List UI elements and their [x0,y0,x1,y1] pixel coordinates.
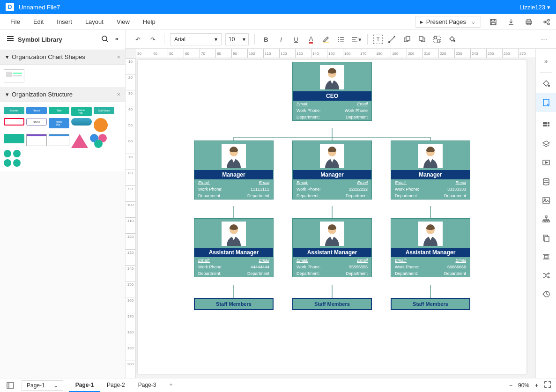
page-canvas[interactable]: CEO Email:Email Work Phone:Work Phone De… [138,60,526,374]
shape-thumbnail[interactable] [71,118,92,126]
menu-view[interactable]: View [110,15,136,28]
highlight-icon[interactable] [320,34,332,45]
pages-panel-icon[interactable] [5,380,16,391]
menu-insert[interactable]: Insert [50,15,79,28]
menu-file[interactable]: File [4,15,27,28]
italic-icon[interactable]: I [275,34,287,45]
shape-back-icon[interactable] [401,34,413,45]
shape-thumbnail[interactable] [90,134,107,148]
bullet-list-icon[interactable] [335,34,347,45]
save-icon[interactable] [488,16,499,28]
shape-thumbnail[interactable] [26,134,47,146]
org-card-manager[interactable]: Manager Email:Email Work Phone:22222222 … [292,141,372,200]
font-family-select[interactable]: Arial▾ [170,33,222,45]
org-card-assistant[interactable]: Assistant Manager Email:Email Work Phone… [194,218,274,277]
shuffle-icon[interactable] [536,266,556,285]
role-title: Assistant Manager [293,248,371,257]
close-icon[interactable]: × [117,53,120,60]
share-icon[interactable] [541,16,552,28]
close-icon[interactable]: × [117,91,120,98]
page-setup-icon[interactable] [536,93,556,112]
shape-thumbnail[interactable] [4,134,24,143]
org-card-staff[interactable]: Staff Members [391,298,470,310]
org-card-ceo[interactable]: CEO Email:Email Work Phone:Work Phone De… [292,62,372,121]
org-card-assistant[interactable]: Assistant Manager Email:Email Work Phone… [391,218,470,277]
page-select[interactable]: Page-1 ⌄ [22,380,63,391]
font-color-icon[interactable]: A [305,34,317,45]
svg-point-8 [548,23,549,25]
more-icon[interactable]: ⋯ [538,34,549,45]
org-card-staff[interactable]: Staff Members [194,298,274,310]
org-card-manager[interactable]: Manager Email:Email Work Phone:33333333 … [391,141,470,200]
text-tool-icon[interactable]: T [373,35,383,44]
shape-thumbnail[interactable]: Name [26,107,47,114]
connector-icon[interactable] [386,34,398,45]
fill-bucket-icon[interactable] [536,74,556,93]
zoom-in-button[interactable]: + [535,382,538,389]
align-distribute-icon[interactable] [536,247,556,266]
svg-rect-20 [352,39,356,40]
font-size-select[interactable]: 10▾ [225,33,249,45]
menu-edit[interactable]: Edit [27,15,50,28]
role-title: Assistant Manager [194,248,273,257]
dept-value: Department [346,115,368,119]
shape-thumbnail[interactable] [94,118,108,132]
bold-icon[interactable]: B [260,34,272,45]
image-icon[interactable] [536,191,556,210]
email-label: Email: [297,258,308,263]
shape-thumbnail[interactable] [4,69,24,82]
group-icon[interactable] [431,34,443,45]
org-card-assistant[interactable]: Assistant Manager Email:Email Work Phone… [292,218,372,277]
org-card-manager[interactable]: Manager Email:Email Work Phone:11111111 … [194,141,274,200]
menu-layout[interactable]: Layout [79,15,110,28]
svg-point-7 [548,19,549,21]
shape-thumbnail[interactable] [71,134,88,148]
shape-thumbnail[interactable]: Name [4,107,24,114]
shape-thumbnail[interactable] [49,134,69,146]
shape-thumbnail[interactable]: Name [26,118,47,126]
expand-panel-icon[interactable]: » [536,52,556,70]
fullscreen-icon[interactable] [544,381,551,390]
shape-thumbnail[interactable]: NameTitle [71,107,92,116]
phone-label: Work Phone: [297,187,321,192]
download-icon[interactable] [505,16,517,28]
grid-icon[interactable] [536,116,556,135]
org-card-staff[interactable]: Staff Members [292,298,372,310]
undo-icon[interactable]: ↶ [132,34,143,45]
svg-point-38 [548,85,549,87]
redo-icon[interactable]: ↷ [147,34,158,45]
collapse-icon[interactable]: « [115,35,119,44]
copy-icon[interactable] [536,229,556,247]
shape-thumbnail[interactable]: Staff Name [94,107,114,114]
shape-thumbnail[interactable]: NameTitle [49,118,69,128]
dept-label: Department: [297,271,320,276]
menu-help[interactable]: Help [136,15,162,28]
shape-thumbnail[interactable] [4,150,21,167]
search-icon[interactable] [101,35,109,44]
sitemap-icon[interactable] [536,210,556,229]
shape-thumbnail[interactable]: Title [49,107,69,114]
ruler-vertical: 1020304050607080901001101201301401501601… [126,58,136,378]
shape-thumbnail[interactable] [4,118,24,126]
tab-page-2[interactable]: Page-2 [100,379,132,392]
layers-icon[interactable] [536,135,556,154]
database-icon[interactable] [536,172,556,191]
svg-rect-5 [527,23,531,25]
zoom-out-button[interactable]: − [509,382,512,389]
underline-icon[interactable]: U [290,34,302,45]
library-icon [7,36,14,44]
present-pages-button[interactable]: ▸ Present Pages ⌄ [415,16,481,28]
print-icon[interactable] [523,16,534,28]
user-menu[interactable]: Lizzie123 ▾ [519,4,550,11]
add-page-button[interactable]: + [163,379,179,392]
shape-front-icon[interactable] [416,34,428,45]
align-icon[interactable]: ▾ [350,34,362,45]
presentation-icon[interactable] [536,154,556,172]
tab-page-1[interactable]: Page-1 [69,379,100,392]
section-org-structure[interactable]: ▾ Organization Structure × [0,87,125,102]
history-icon[interactable] [536,285,556,303]
fill-icon[interactable] [446,34,458,45]
canvas[interactable]: 3040506070809010011012013014015016017018… [126,49,535,378]
section-org-chart-shapes[interactable]: ▾ Organization Chart Shapes × [0,50,125,65]
tab-page-3[interactable]: Page-3 [132,379,163,392]
